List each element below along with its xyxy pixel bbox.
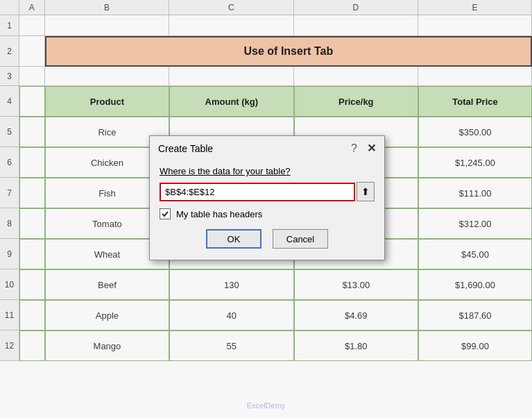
upload-icon: ⬆ (361, 186, 370, 197)
create-table-dialog: Create Table ? ✕ Where is the data for y… (149, 135, 385, 260)
dialog-title: Create Table (158, 143, 213, 154)
cancel-button[interactable]: Cancel (273, 229, 328, 249)
checkmark-icon (161, 210, 169, 218)
dialog-question-label: Where is the data for your table? (160, 166, 375, 176)
headers-checkbox[interactable] (160, 208, 171, 219)
dialog-title-right: ? ✕ (351, 142, 376, 155)
headers-checkbox-label: My table has headers (176, 209, 262, 219)
table-range-input[interactable] (160, 183, 355, 201)
spreadsheet: A B C D E 1 2 Use of Insert Tab 3 4 Prod… (0, 0, 532, 418)
dialog-titlebar: Create Table ? ✕ (150, 136, 384, 159)
range-select-button[interactable]: ⬆ (357, 182, 375, 201)
dialog-checkbox-row: My table has headers (160, 208, 375, 219)
dialog-question-icon[interactable]: ? (351, 142, 357, 155)
dialog-body: Where is the data for your table? ⬆ My t… (150, 159, 384, 260)
dialog-input-row: ⬆ (160, 182, 375, 201)
dialog-buttons: OK Cancel (160, 229, 375, 249)
ok-button[interactable]: OK (206, 229, 261, 249)
dialog-close-button[interactable]: ✕ (367, 142, 376, 155)
